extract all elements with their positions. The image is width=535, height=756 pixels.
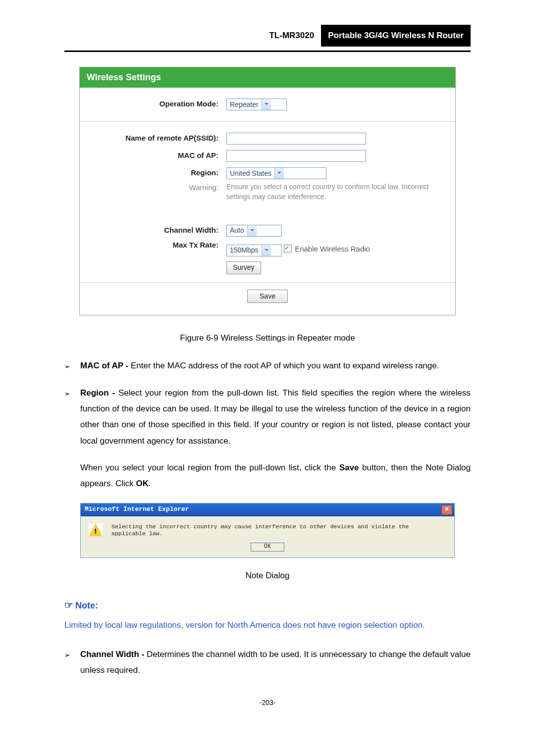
document-page: TL-MR3020 Portable 3G/4G Wireless N Rout… [0, 0, 535, 739]
operation-mode-select[interactable]: Repeater [226, 99, 287, 110]
bullet-text: Enter the MAC address of the root AP of … [128, 361, 439, 370]
note-dialog-window: Microsoft Internet Explorer × Selecting … [80, 503, 455, 558]
region-followup: When you select your local region from t… [64, 460, 471, 492]
close-icon[interactable]: × [441, 505, 452, 515]
enable-wireless-radio-checkbox[interactable]: Enable Wireless Radio [284, 244, 370, 254]
region-label: Region: [80, 167, 226, 178]
bullet-channel-width: Channel Width - Determines the channel w… [64, 647, 471, 679]
page-number: -203- [64, 696, 471, 709]
chevron-down-icon [262, 99, 271, 110]
channel-width-label: Channel Width: [80, 225, 226, 235]
channel-width-value: Auto [227, 226, 247, 236]
save-word: Save [339, 463, 359, 472]
operation-mode-value: Repeater [227, 100, 262, 110]
bullet-region: Region - Select your region from the pul… [64, 385, 471, 449]
max-tx-rate-label: Max Tx Rate: [80, 240, 226, 250]
ok-word: OK [136, 479, 149, 488]
note-dialog-ok-button[interactable]: OK [251, 543, 284, 552]
enable-wireless-radio-label: Enable Wireless Radio [295, 244, 370, 254]
chevron-down-icon [247, 225, 257, 236]
remote-ssid-input[interactable] [226, 133, 366, 145]
note-dialog-title: Microsoft Internet Explorer [83, 505, 441, 514]
bullet-term: MAC of AP - [80, 361, 128, 370]
max-tx-rate-value: 150Mbps [227, 246, 262, 255]
remote-ssid-label: Name of remote AP(SSID): [80, 133, 226, 143]
operation-mode-label: Operation Mode: [80, 99, 226, 109]
figure-caption: Figure 6-9 Wireless Settings in Repeater… [64, 330, 471, 346]
note-body: Limited by local law regulations, versio… [64, 617, 471, 633]
region-select[interactable]: United States [226, 167, 326, 179]
warning-icon [89, 523, 103, 536]
header-rule [64, 50, 471, 52]
region-value: United States [227, 169, 274, 179]
model-label: TL-MR3020 [64, 25, 321, 47]
survey-button[interactable]: Survey [226, 261, 261, 274]
wireless-settings-panel: Wireless Settings Operation Mode: Repeat… [79, 67, 456, 315]
chevron-down-icon [262, 245, 271, 256]
bullet-mac-of-ap: MAC of AP - Enter the MAC address of the… [64, 358, 471, 374]
text: When you select your local region from t… [80, 463, 339, 472]
product-label: Portable 3G/4G Wireless N Router [321, 25, 471, 47]
pointing-hand-icon: ☞ [64, 600, 73, 610]
mac-of-ap-label: MAC of AP: [80, 150, 226, 160]
region-warning-text: Ensure you select a correct country to c… [226, 182, 446, 202]
channel-width-select[interactable]: Auto [226, 225, 282, 237]
note-dialog-titlebar: Microsoft Internet Explorer × [81, 504, 454, 516]
note-dialog-message: Selecting the incorrect country may caus… [111, 523, 446, 538]
max-tx-rate-select[interactable]: 150Mbps [226, 245, 282, 256]
mac-of-ap-input[interactable] [226, 150, 366, 162]
note-heading: ☞Note: [64, 596, 471, 614]
bullet-term: Channel Width - [80, 650, 144, 659]
bullet-text: Select your region from the pull-down li… [80, 388, 471, 446]
doc-header: TL-MR3020 Portable 3G/4G Wireless N Rout… [64, 25, 471, 47]
panel-title: Wireless Settings [80, 67, 455, 88]
save-button[interactable]: Save [247, 290, 288, 303]
panel-body: Operation Mode: Repeater Name of remote … [80, 88, 455, 315]
checkbox-checked-icon [284, 245, 292, 252]
note-heading-text: Note: [75, 601, 98, 610]
text: . [149, 479, 151, 488]
note-dialog-caption: Note Dialog [64, 568, 471, 584]
warning-label: Warning: [80, 182, 226, 193]
chevron-down-icon [274, 168, 284, 179]
bullet-term: Region - [80, 388, 115, 398]
